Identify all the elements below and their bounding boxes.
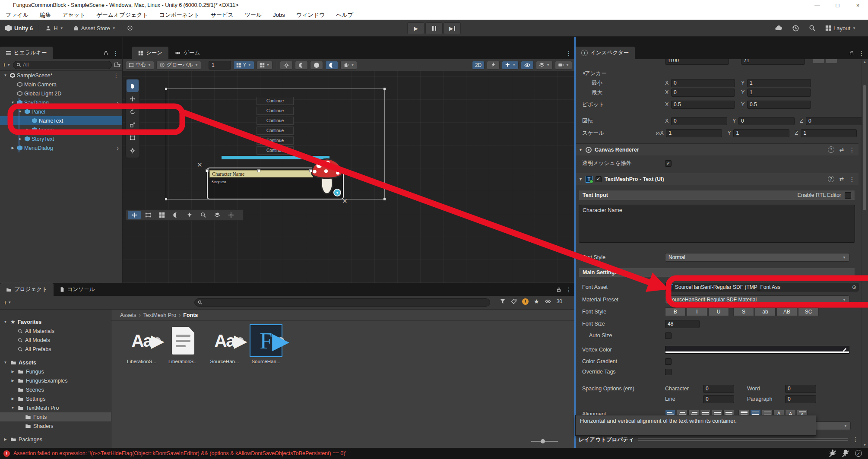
status-bar[interactable]: ! Assertion failed on expression: '!(o->… bbox=[0, 448, 868, 459]
cull-transparent-checkbox[interactable]: ✓ bbox=[665, 160, 672, 167]
row-adornment-icon[interactable] bbox=[114, 73, 119, 79]
component-enabled-checkbox[interactable]: ✓ bbox=[596, 176, 602, 182]
scene-tab[interactable]: シーン bbox=[132, 47, 168, 59]
tool-settings-pivot[interactable]: 中心▼ bbox=[126, 61, 154, 70]
project-tree-row[interactable]: ★ Scenes bbox=[0, 385, 111, 394]
vertex-color-field[interactable] bbox=[665, 346, 849, 354]
grid-visibility-button[interactable]: Y▼ bbox=[233, 61, 254, 70]
scale-y-field[interactable] bbox=[733, 129, 789, 137]
font-asset-tile[interactable]: ▶ LiberationS... bbox=[166, 324, 200, 364]
scene-lighting-button[interactable] bbox=[487, 61, 500, 70]
component-menu-icon[interactable]: ⋮ bbox=[849, 146, 855, 153]
menu-item[interactable]: ヘルプ bbox=[330, 11, 359, 19]
play-button[interactable]: ▶ bbox=[407, 22, 424, 34]
project-tree-row[interactable]: ★ TextMesh Pro bbox=[0, 403, 111, 412]
section-menu-icon[interactable]: ⋮ bbox=[852, 436, 858, 443]
cloud-icon[interactable] bbox=[775, 24, 782, 32]
help-icon[interactable]: ? bbox=[828, 146, 834, 153]
maximize-button[interactable]: □ bbox=[827, 0, 848, 10]
continue-indicator[interactable]: ▼ bbox=[333, 189, 341, 196]
clipped-button[interactable] bbox=[813, 59, 824, 63]
menu-item[interactable]: 編集 bbox=[34, 11, 57, 19]
gizmo-overlay-icon[interactable] bbox=[183, 211, 196, 219]
hierarchy-tab[interactable]: ヒエラルキー bbox=[0, 47, 53, 59]
canvas-handle[interactable] bbox=[165, 198, 167, 200]
pivot-y-field[interactable] bbox=[747, 101, 811, 109]
foldout-icon[interactable] bbox=[17, 110, 23, 114]
rotation-z-field[interactable] bbox=[806, 117, 862, 125]
foldout-icon[interactable] bbox=[10, 397, 16, 401]
hierarchy-row[interactable]: SampleScene* bbox=[0, 71, 122, 80]
create-asset-button[interactable]: +▼ bbox=[3, 299, 11, 306]
rotate-gizmo-icon[interactable]: ✕ bbox=[342, 197, 348, 205]
create-button[interactable]: +▼ bbox=[3, 61, 10, 68]
foldout-icon[interactable] bbox=[10, 406, 16, 410]
scale-x-field[interactable] bbox=[666, 129, 722, 137]
progress-ok-icon[interactable]: ✓ bbox=[855, 450, 862, 457]
paragraph-spacing-field[interactable] bbox=[785, 395, 816, 403]
pause-button[interactable] bbox=[425, 22, 443, 34]
layout-properties-header[interactable]: レイアウトプロパティ ⋮ bbox=[579, 434, 858, 445]
rotate-tool[interactable] bbox=[127, 105, 139, 118]
thumbnail-zoom-slider[interactable] bbox=[531, 439, 558, 443]
canvas-handle[interactable] bbox=[383, 198, 386, 200]
scene-viewport[interactable]: ContinueContinueContinueContinueContinue… bbox=[123, 71, 575, 283]
menu-item[interactable]: アセット bbox=[57, 11, 91, 19]
font-asset-tile[interactable]: Aa ▶ SourceHan... bbox=[207, 324, 242, 364]
component-menu-icon[interactable]: ⋮ bbox=[849, 176, 855, 183]
foldout-icon[interactable]: ▼ bbox=[579, 148, 583, 152]
project-tree-row[interactable]: ★ Shaders bbox=[0, 421, 111, 431]
canvas-renderer-header[interactable]: ▼ Canvas Renderer ? ⇄ ⋮ bbox=[575, 143, 858, 155]
canvas-handle[interactable] bbox=[165, 88, 167, 90]
name-text-bar[interactable]: Character Name bbox=[209, 170, 313, 177]
foldout-icon[interactable] bbox=[10, 146, 16, 150]
hierarchy-row[interactable]: SayDialog bbox=[0, 98, 122, 107]
shuffle-overlay-icon[interactable] bbox=[225, 211, 238, 219]
error-message[interactable]: Assertion failed on expression: '!(o->Te… bbox=[13, 450, 346, 456]
hierarchy-row[interactable]: Panel bbox=[0, 107, 122, 116]
help-icon[interactable]: ? bbox=[828, 176, 834, 182]
step-button[interactable]: ▶ bbox=[444, 22, 461, 34]
text-style-dropdown[interactable]: Normal▼ bbox=[665, 253, 849, 262]
history-icon[interactable] bbox=[792, 25, 799, 32]
panel-menu-icon[interactable]: ⋮ bbox=[566, 286, 572, 293]
project-tree-row[interactable]: ★ Packages bbox=[0, 435, 111, 444]
foldout-icon[interactable] bbox=[10, 379, 16, 383]
menu-item[interactable]: ツール bbox=[239, 11, 268, 19]
move-tool[interactable] bbox=[127, 92, 139, 105]
breadcrumb-item[interactable]: TextMesh Pro› bbox=[143, 312, 181, 318]
notifications-muted-icon[interactable] bbox=[842, 449, 849, 458]
canvas-handle[interactable] bbox=[383, 88, 386, 90]
hierarchy-search[interactable] bbox=[13, 61, 112, 69]
panel-menu-icon[interactable]: ⋮ bbox=[858, 50, 865, 57]
foldout-icon[interactable] bbox=[3, 437, 8, 441]
transform-tool[interactable] bbox=[127, 144, 139, 157]
rtl-toggle[interactable] bbox=[845, 192, 851, 199]
foldout-icon[interactable] bbox=[10, 370, 16, 374]
tmp-component-header[interactable]: ▼ T ✓ TextMeshPro - Text (UI) ? ⇄ ⋮ bbox=[575, 173, 858, 185]
hidden-packages-warning-icon[interactable]: ! bbox=[522, 298, 529, 305]
font-asset-object-field[interactable]: F SourceHanSerif-Regular SDF (TMP_Font A… bbox=[665, 283, 858, 291]
font-asset-tile[interactable]: F ▶ SourceHan... bbox=[249, 324, 283, 364]
rotation-x-field[interactable] bbox=[671, 117, 727, 125]
menu-item[interactable]: ウィンドウ bbox=[291, 11, 331, 19]
foldout-icon[interactable] bbox=[3, 73, 8, 77]
rect-tool[interactable] bbox=[127, 131, 139, 144]
hierarchy-row[interactable]: StoryText bbox=[0, 134, 122, 143]
project-tree-row[interactable]: ★ Settings bbox=[0, 394, 111, 403]
shading-mode-button[interactable] bbox=[295, 61, 308, 70]
clipped-width-field[interactable] bbox=[665, 59, 729, 65]
override-tags-checkbox[interactable] bbox=[665, 369, 672, 375]
project-tree-row[interactable]: ★ All Models bbox=[0, 336, 111, 345]
visibility-eye-icon[interactable] bbox=[545, 298, 551, 304]
search-overlay-icon[interactable] bbox=[197, 211, 210, 219]
continue-button[interactable]: Continue bbox=[257, 117, 294, 125]
clipped-button[interactable] bbox=[826, 59, 837, 63]
continue-button[interactable]: Continue bbox=[257, 97, 294, 105]
solid-mode-button[interactable] bbox=[310, 61, 323, 70]
hierarchy-row[interactable]: Global Light 2D bbox=[0, 89, 122, 98]
rect-handle[interactable] bbox=[309, 169, 312, 172]
move-overlay-icon[interactable] bbox=[128, 211, 141, 219]
continue-button[interactable]: Continue bbox=[257, 127, 294, 135]
lock-icon[interactable] bbox=[849, 51, 854, 56]
